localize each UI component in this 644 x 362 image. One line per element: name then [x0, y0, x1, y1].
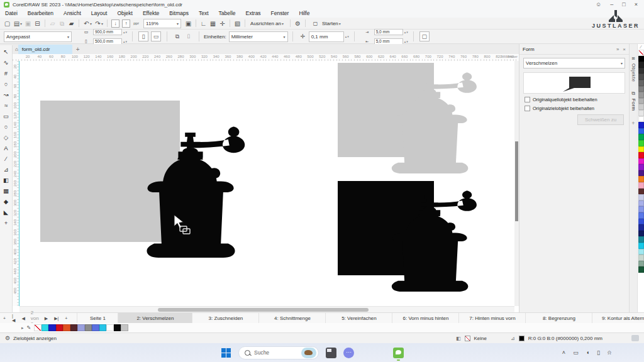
color-swatch[interactable]	[121, 324, 128, 332]
dimension-tool[interactable]: ⊿	[1, 164, 11, 175]
freehand-tool[interactable]: ↝	[1, 89, 11, 100]
status-gear-icon[interactable]: ⚙	[5, 335, 10, 341]
page-preset-combo[interactable]: Angepasst ▾	[4, 31, 72, 42]
menu-item-tabelle[interactable]: Tabelle	[214, 10, 241, 16]
new-tab-button[interactable]: +	[72, 46, 84, 53]
color-swatch[interactable]	[48, 324, 56, 332]
no-color-swatch[interactable]	[638, 50, 644, 56]
paste-icon[interactable]: ▰	[67, 19, 76, 28]
taskbar-app-coreldraw[interactable]	[393, 348, 404, 358]
menu-item-text[interactable]: Text	[194, 10, 214, 16]
menu-item-bitmaps[interactable]: Bitmaps	[164, 10, 194, 16]
welded-shape-black[interactable]	[338, 181, 487, 297]
chevron-up-icon[interactable]: ˄	[562, 349, 565, 356]
snap-to-dropdown[interactable]: Ausrichten an ▾	[248, 21, 287, 26]
view-rulers-icon[interactable]: ∟	[199, 19, 208, 28]
duplicate-x-spinner[interactable]: ▴▾	[404, 30, 409, 34]
menu-item-ansicht[interactable]: Ansicht	[58, 10, 86, 16]
shaping-mode-combo[interactable]: Verschmelzen ▾	[523, 58, 625, 69]
page-tab-seite-1[interactable]: Seite 1	[77, 313, 118, 324]
page-width-field[interactable]: 900,0 mm	[93, 29, 122, 35]
palette-eyedropper-icon[interactable]: ✎	[27, 325, 31, 331]
keep-target-checkbox[interactable]	[525, 106, 530, 111]
menu-item-extras[interactable]: Extras	[241, 10, 266, 16]
account-icon[interactable]: ☺	[596, 1, 601, 8]
print-icon[interactable]: ⊟	[33, 19, 42, 28]
options-gear-icon[interactable]: ⚙	[293, 19, 303, 28]
first-page-button[interactable]: |◀	[9, 314, 18, 323]
menu-item-fenster[interactable]: Fenster	[266, 10, 294, 16]
add-page-after-button[interactable]: +	[62, 316, 70, 321]
vertical-scrollbar[interactable]	[514, 61, 519, 306]
duplicate-y-spinner[interactable]: ▴▾	[404, 40, 409, 43]
nudge-distance-field[interactable]: 0,1 mm	[309, 31, 344, 42]
color-swatch[interactable]	[638, 219, 644, 225]
outline-color-swatch[interactable]	[519, 336, 525, 341]
launch-dropdown[interactable]: ▢ Starten ▾	[308, 19, 345, 28]
page-tab[interactable]: 7: Hinten minus vorn	[459, 313, 526, 324]
color-swatch[interactable]	[638, 80, 644, 86]
volume-icon[interactable]: ◖	[586, 349, 589, 356]
bell-icon[interactable]: ⍾	[608, 349, 611, 356]
no-color-swatch[interactable]	[34, 324, 42, 332]
color-swatch[interactable]	[638, 74, 644, 80]
palette-eyedropper-icon[interactable]: ∕	[640, 44, 641, 50]
duplicate-x-field[interactable]: 5,0 mm	[374, 29, 403, 35]
artistic-media-tool[interactable]: ≈	[1, 100, 11, 111]
color-swatch[interactable]	[638, 134, 644, 140]
menu-item-effekte[interactable]: Effekte	[138, 10, 164, 16]
page-tab[interactable]: 9: Kontur als Alternati	[592, 313, 644, 324]
color-swatch[interactable]	[42, 324, 49, 332]
page-tab[interactable]: 8: Begrenzung	[526, 313, 592, 324]
color-swatch[interactable]	[638, 170, 644, 177]
menu-item-objekt[interactable]: Objekt	[112, 10, 138, 16]
interactive-fill-tool[interactable]: ◧	[1, 175, 11, 185]
display-icon[interactable]: ▭	[573, 349, 579, 356]
color-swatch[interactable]	[63, 324, 70, 332]
color-swatch[interactable]	[638, 110, 644, 116]
palette-flyout-icon[interactable]: ▸	[21, 326, 24, 331]
menu-item-hilfe[interactable]: Hilfe	[294, 10, 314, 16]
nudge-spinner[interactable]: ▴▾	[345, 35, 350, 38]
dynamic-guides-icon[interactable]: ✛	[218, 19, 227, 28]
minimize-button[interactable]: –	[610, 1, 613, 8]
fill-color-swatch[interactable]	[465, 336, 470, 341]
color-swatch[interactable]	[638, 152, 644, 158]
open-flyout-caret[interactable]: ▾	[20, 21, 22, 26]
color-swatch[interactable]	[638, 68, 644, 74]
page-height-field[interactable]: 500,0 mm	[93, 38, 122, 45]
new-document-icon[interactable]: ▢	[3, 19, 12, 28]
taskbar-app-explorer[interactable]	[326, 348, 336, 358]
color-swatch[interactable]	[638, 158, 644, 165]
docker-tab-form[interactable]: ⧉Form	[631, 90, 636, 111]
taskbar-search[interactable]: Suche	[238, 346, 319, 359]
close-button[interactable]: ×	[635, 1, 638, 8]
all-pages-button[interactable]: ⧉	[173, 32, 182, 41]
more-tools[interactable]: +	[1, 217, 11, 228]
page-height-spinner[interactable]: ▴▾	[123, 40, 128, 43]
zoom-level-combo[interactable]: 119% ▾	[143, 19, 181, 28]
color-swatch[interactable]	[92, 324, 99, 332]
page-tab[interactable]: 4: Schnittmenge	[259, 313, 326, 324]
color-swatch[interactable]	[638, 146, 644, 153]
color-swatch[interactable]	[638, 194, 644, 200]
crop-tool[interactable]: #	[1, 68, 11, 79]
polygon-tool[interactable]: ◇	[1, 132, 11, 143]
menu-item-bearbeiten[interactable]: Bearbeiten	[23, 10, 58, 16]
color-swatch[interactable]	[638, 266, 644, 273]
battery-icon[interactable]: ▯	[597, 349, 600, 356]
portrait-orientation-button[interactable]: ▯	[138, 31, 148, 41]
drawing-canvas[interactable]	[19, 61, 514, 306]
rectangle-tool[interactable]: ▭	[1, 111, 11, 121]
color-swatch[interactable]	[85, 324, 92, 332]
color-swatch[interactable]	[638, 249, 644, 255]
zoom-tool[interactable]: ○	[1, 79, 11, 89]
start-button[interactable]	[221, 348, 231, 358]
docker-add-button[interactable]: +	[631, 120, 635, 126]
pick-tool[interactable]: ↖	[1, 47, 11, 57]
color-swatch[interactable]	[638, 56, 644, 62]
previous-page-button[interactable]: ◀	[18, 316, 28, 321]
vertical-scrollbar-thumb[interactable]	[515, 141, 518, 221]
color-swatch[interactable]	[70, 324, 78, 332]
color-swatch[interactable]	[56, 324, 64, 332]
